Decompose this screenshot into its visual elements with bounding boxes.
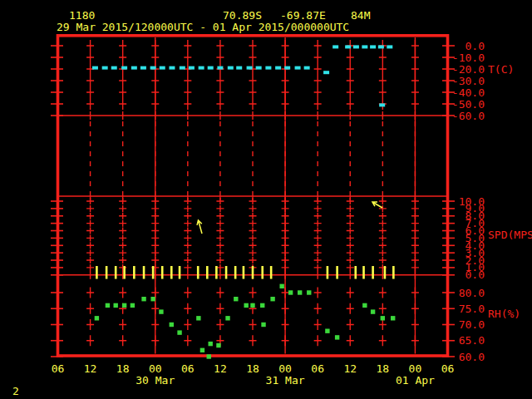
grid-plus-rh (216, 319, 224, 330)
grid-plus-rh (379, 335, 387, 346)
grid-plus-temp (347, 86, 354, 98)
grid-plus-temp (216, 52, 224, 63)
humidity-point (335, 335, 339, 339)
relative_humidity-axis-value-label: 65.0 (418, 335, 485, 346)
wind-speed-bar (252, 266, 254, 279)
grid-plus-temp (119, 40, 126, 52)
grid-plus-rh (119, 319, 126, 330)
page-number: 2 (12, 386, 19, 397)
wind-speed-bar (372, 266, 374, 279)
grid-plus-speed (119, 234, 126, 241)
grid-plus-speed (249, 242, 257, 249)
grid-plus-speed (314, 228, 322, 234)
grid-plus-temp (314, 40, 322, 52)
temperature-axis-value-label: -10.0 (418, 52, 485, 63)
temperature-point (387, 45, 392, 48)
temperature-axis-value-label: -30.0 (418, 76, 485, 86)
temperature-point (247, 66, 253, 70)
grid-plus-rh (119, 335, 126, 346)
wind-speed-bar (123, 266, 126, 279)
temperature-point (256, 66, 262, 70)
wind-speed-bar (197, 266, 200, 279)
temperature-point (362, 45, 367, 48)
grid-plus-speed (184, 234, 191, 241)
temperature-point (140, 66, 146, 70)
humidity-point (244, 303, 248, 308)
humidity-point (207, 354, 211, 358)
temperature-point (111, 66, 117, 70)
wind-vector-arrow (372, 202, 382, 208)
relative_humidity-axis-value-label: 70.0 (418, 319, 485, 330)
temperature-point (169, 66, 175, 70)
grid-plus-temp (184, 40, 191, 52)
temperature-point (275, 66, 281, 70)
humidity-point (113, 303, 117, 308)
x-axis-date-label: 31 Mar (266, 375, 305, 386)
wind-speed-bar (96, 266, 98, 279)
wind-speed-bar (143, 266, 145, 279)
grid-plus-rh (249, 335, 257, 346)
grid-plus-temp (184, 86, 191, 98)
temperature-point (131, 66, 137, 70)
wind-speed-bar (234, 266, 237, 279)
grid-plus-temp (119, 52, 126, 63)
grid-plus-speed (347, 257, 354, 264)
x-axis-hour-label: 06 (311, 363, 324, 374)
temperature-point (332, 45, 338, 48)
station-longitude: -69.87E (280, 10, 326, 21)
grid-plus-speed (347, 220, 354, 227)
temperature-point (370, 45, 376, 48)
humidity-point (261, 323, 265, 327)
temperature-point (189, 66, 195, 70)
grid-plus-speed (314, 220, 322, 227)
grid-plus-temp (379, 86, 387, 98)
grid-plus-rh (314, 335, 322, 346)
temperature-point (208, 66, 214, 70)
grid-plus-temp (249, 98, 257, 110)
grid-plus-speed (86, 257, 94, 264)
temperature-point (102, 66, 108, 70)
grid-plus-temp (184, 52, 191, 63)
temperature-axis-value-label: -20.0 (418, 64, 485, 75)
grid-plus-temp (216, 75, 224, 86)
x-axis-hour-label: 00 (149, 363, 162, 374)
grid-plus-speed (379, 228, 387, 234)
temperature-point (217, 66, 223, 70)
wind-speed-bar (362, 266, 365, 279)
temperature-point (228, 66, 234, 70)
grid-plus-rh (184, 335, 191, 346)
temperature-point (378, 45, 384, 48)
grid-plus-rh (314, 319, 322, 330)
grid-plus-speed (347, 234, 354, 241)
wind-speed-bar (270, 266, 273, 279)
grid-plus-rh (216, 288, 224, 298)
grid-plus-temp (249, 40, 257, 52)
grid-plus-speed (86, 220, 94, 227)
wind-speed-bar (206, 266, 209, 279)
grid-plus-temp (314, 52, 322, 63)
grid-plus-temp (249, 86, 257, 98)
grid-plus-speed (347, 205, 354, 212)
humidity-point (391, 316, 395, 320)
grid-plus-rh (347, 288, 354, 298)
grid-plus-rh (314, 303, 322, 314)
grid-plus-speed (86, 228, 94, 234)
wind_speed-axis-title: SPD(MPS) (488, 229, 532, 240)
wind-speed-bar (106, 266, 108, 279)
x-axis-hour-label: 18 (116, 363, 130, 374)
wind-speed-bar (384, 266, 387, 279)
grid-plus-speed (216, 249, 224, 256)
humidity-point (362, 303, 367, 308)
relative_humidity-axis-value-label: 80.0 (418, 288, 485, 298)
wind-speed-bar (327, 266, 329, 279)
humidity-point (141, 297, 145, 301)
temperature-point (284, 66, 290, 70)
grid-plus-speed (119, 205, 126, 212)
grid-plus-speed (347, 213, 354, 219)
grid-plus-temp (216, 86, 224, 98)
grid-plus-speed (216, 213, 224, 219)
temperature-point (180, 66, 185, 70)
humidity-point (371, 309, 375, 313)
grid-plus-speed (249, 213, 257, 219)
relative_humidity-axis-value-label: 60.0 (418, 352, 485, 362)
